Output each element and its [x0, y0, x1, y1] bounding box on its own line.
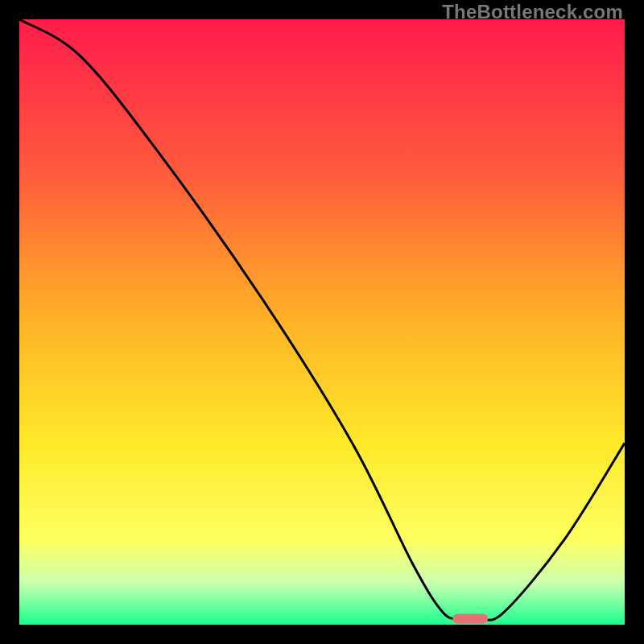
heat-gradient-background — [19, 19, 625, 625]
minimum-marker — [452, 613, 488, 623]
plot-area — [19, 19, 625, 625]
chart-canvas — [19, 19, 625, 625]
watermark-text: TheBottleneck.com — [442, 0, 623, 23]
